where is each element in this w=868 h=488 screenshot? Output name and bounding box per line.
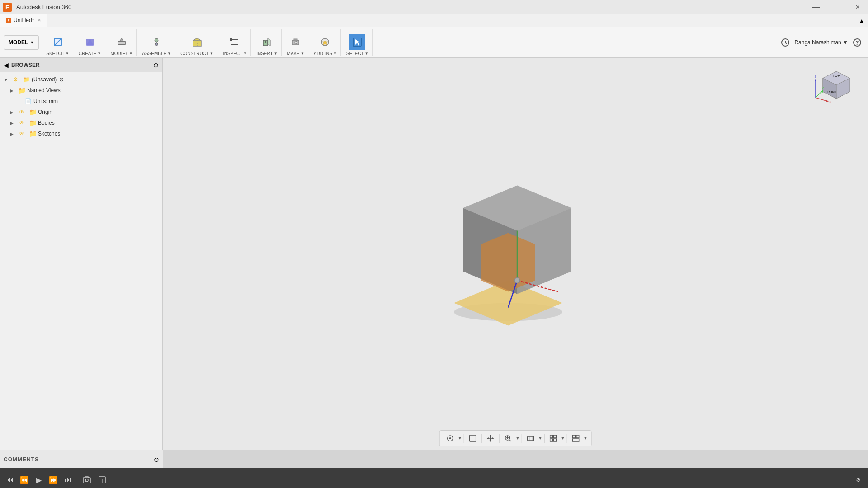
make-label[interactable]: MAKE ▼: [287, 51, 304, 56]
layout-button[interactable]: [569, 432, 582, 444]
zoom-dropdown[interactable]: ▼: [516, 436, 520, 441]
tree-sketches[interactable]: ▶ 👁 📁 Sketches: [0, 128, 162, 139]
modify-icons: [113, 34, 130, 50]
assemble-icons: [148, 34, 165, 50]
history-button[interactable]: [778, 35, 793, 50]
addins-label[interactable]: ADD-INS ▼: [314, 51, 337, 56]
modify-button[interactable]: [113, 34, 130, 50]
svg-point-41: [514, 278, 520, 283]
separator6: [566, 434, 567, 443]
grid-button[interactable]: [546, 432, 560, 444]
construct-label[interactable]: CONSTRUCT ▼: [180, 51, 213, 56]
modify-label[interactable]: MODIFY ▼: [111, 51, 133, 56]
insert-label[interactable]: INSERT ▼: [256, 51, 277, 56]
tree-named-views[interactable]: ▶ 📁 Named Views: [0, 85, 162, 96]
close-button[interactable]: ×: [847, 0, 868, 14]
assemble-label[interactable]: ASSEMBLE ▼: [142, 51, 171, 56]
snap-dropdown[interactable]: ▼: [458, 436, 462, 441]
browser-content: ▼ ⚙ 📁 (Unsaved) ⊙ ▶ 📁 Named Views ▶ 📄 Un…: [0, 72, 162, 450]
select-dropdown-arrow: ▼: [365, 52, 368, 56]
timeline-prev-button[interactable]: ⏪: [18, 474, 31, 486]
timeline-play-button[interactable]: ▶: [33, 474, 45, 486]
browser-panel: ◀ BROWSER ⊙ ▼ ⚙ 📁 (Unsaved) ⊙ ▶ 📁 Named …: [0, 58, 163, 450]
sketch-button[interactable]: [50, 34, 66, 50]
units-arrow: ▶: [16, 99, 23, 104]
named-views-arrow: ▶: [10, 88, 16, 93]
model-dropdown-arrow: ▼: [30, 40, 34, 45]
timeline-clip-button[interactable]: [95, 473, 109, 487]
view-mode-dropdown[interactable]: ▼: [538, 436, 542, 441]
svg-point-78: [85, 479, 88, 482]
construct-button[interactable]: [189, 34, 205, 50]
tree-origin[interactable]: ▶ 👁 📁 Origin: [0, 107, 162, 117]
modify-dropdown-arrow: ▼: [129, 52, 132, 56]
layout-dropdown[interactable]: ▼: [583, 436, 587, 441]
model-label: MODEL: [9, 39, 28, 46]
minimize-button[interactable]: —: [806, 0, 826, 14]
timeline-first-button[interactable]: ⏮: [4, 474, 16, 486]
sketches-label: Sketches: [38, 131, 60, 137]
timeline-camera-button[interactable]: [80, 473, 94, 487]
root-options-icon[interactable]: ⊙: [59, 76, 64, 83]
browser-back-button[interactable]: ◀: [4, 61, 9, 69]
box-button[interactable]: [466, 432, 480, 444]
comments-options-button[interactable]: ⊙: [154, 456, 159, 463]
tree-bodies[interactable]: ▶ 👁 📁 Bodies: [0, 117, 162, 128]
assemble-dropdown-arrow: ▼: [167, 52, 171, 56]
create-label[interactable]: CREATE ▼: [79, 51, 101, 56]
view-mode-button[interactable]: [524, 432, 538, 444]
tab-expand-button[interactable]: ▲: [855, 14, 868, 27]
model-mode-button[interactable]: MODEL ▼: [4, 35, 39, 50]
addins-section: ADD-INS ▼: [310, 29, 341, 56]
inspect-label[interactable]: INSPECT ▼: [223, 51, 247, 56]
snap-button[interactable]: [443, 432, 457, 444]
sketch-label[interactable]: SKETCH ▼: [46, 51, 69, 56]
construct-dropdown-arrow: ▼: [210, 52, 213, 56]
comments-title: COMMENTS: [4, 456, 154, 463]
view-cube[interactable]: TOP FRONT Z X Y: [814, 67, 850, 103]
viewport-bottom-spacer: [163, 450, 868, 468]
svg-rect-8: [118, 41, 125, 45]
svg-marker-59: [490, 435, 491, 436]
tree-root[interactable]: ▼ ⚙ 📁 (Unsaved) ⊙: [0, 74, 162, 85]
addins-button[interactable]: [317, 34, 333, 50]
bodies-folder-icon: 📁: [28, 119, 37, 127]
make-button[interactable]: [288, 34, 304, 50]
browser-collapse-button[interactable]: ⊙: [153, 61, 159, 69]
timeline-settings-button[interactable]: ⚙: [852, 474, 864, 486]
assemble-button[interactable]: [148, 34, 165, 50]
viewport[interactable]: TOP FRONT Z X Y ▼: [163, 58, 868, 450]
timeline-last-button[interactable]: ⏭: [61, 474, 74, 486]
insert-button[interactable]: [259, 34, 275, 50]
addins-icons: [317, 34, 333, 50]
zoom-button[interactable]: [501, 432, 515, 444]
insert-dropdown-arrow: ▼: [274, 52, 278, 56]
title-bar: F Autodesk Fusion 360 — □ ×: [0, 0, 868, 14]
svg-line-64: [509, 440, 511, 441]
browser-header: ◀ BROWSER ⊙: [0, 58, 162, 72]
fusion-tab-icon: F: [5, 17, 12, 23]
user-name[interactable]: Ranga Narashiman ▼: [794, 39, 848, 46]
select-button[interactable]: [349, 34, 365, 50]
addins-dropdown-arrow: ▼: [333, 52, 337, 56]
grid-dropdown[interactable]: ▼: [561, 436, 565, 441]
inspect-button[interactable]: [226, 34, 243, 50]
document-tab[interactable]: F Untitled* ✕: [0, 14, 47, 27]
create-section: CREATE ▼: [75, 29, 105, 56]
maximize-button[interactable]: □: [826, 0, 847, 14]
construct-icons: [189, 34, 205, 50]
select-label[interactable]: SELECT ▼: [346, 51, 368, 56]
toolbar: MODEL ▼ SKETCH ▼ CREATE ▼: [0, 27, 868, 58]
pan-button[interactable]: [484, 432, 497, 444]
browser-title: BROWSER: [11, 62, 153, 68]
svg-rect-58: [470, 435, 476, 441]
timeline-next-button[interactable]: ⏩: [47, 474, 60, 486]
create-button[interactable]: [82, 34, 98, 50]
sketches-arrow: ▶: [10, 131, 16, 136]
help-button[interactable]: ?: [850, 35, 864, 50]
tree-units[interactable]: ▶ 📄 Units: mm: [0, 96, 162, 107]
make-dropdown-arrow: ▼: [301, 52, 304, 56]
construct-section: CONSTRUCT ▼: [177, 29, 217, 56]
svg-point-11: [155, 43, 158, 46]
tab-close-button[interactable]: ✕: [38, 18, 41, 23]
